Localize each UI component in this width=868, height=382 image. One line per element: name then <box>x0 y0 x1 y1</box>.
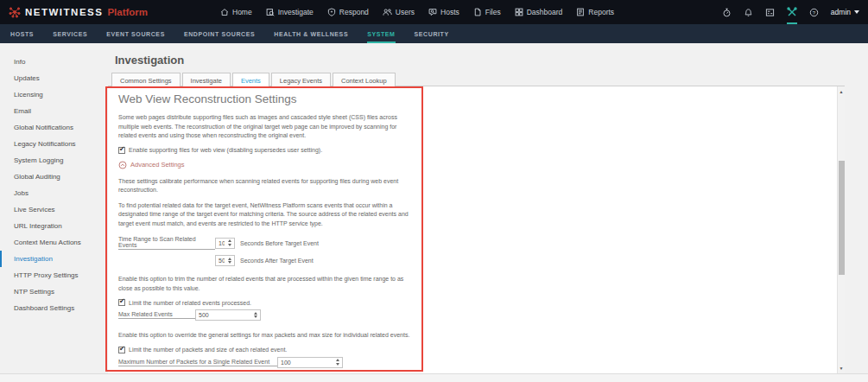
sidebar-item-global-auditing[interactable]: Global Auditing <box>0 169 108 185</box>
users-icon <box>383 8 392 16</box>
sidebar-item-dashboard-settings[interactable]: Dashboard Settings <box>0 300 108 316</box>
user-menu[interactable]: admin <box>831 8 859 16</box>
admin-subnav: HOSTS SERVICES EVENT SOURCES ENDPOINT SO… <box>0 24 868 43</box>
spinner-control[interactable] <box>227 258 234 264</box>
username: admin <box>831 8 851 16</box>
limit-packets-size-checkbox[interactable]: Limit the number of packets and size of … <box>118 347 421 353</box>
events-settings-panel: Web View Reconstruction Settings Some we… <box>108 86 845 373</box>
seconds-after-input[interactable] <box>215 255 235 266</box>
max-related-events-label: Max Related Events <box>118 311 195 319</box>
override-description: Enable this option to override the gener… <box>118 331 414 341</box>
sidebar-item-licensing[interactable]: Licensing <box>0 86 108 103</box>
trim-description: Enable this option to trim the number of… <box>118 275 414 293</box>
intro-text: Some web pages distribute supporting fil… <box>118 113 414 141</box>
sidebar-item-url-integration[interactable]: URL Integration <box>0 218 108 234</box>
sidebar-item-updates[interactable]: Updates <box>0 70 108 86</box>
checkbox-checked-icon[interactable] <box>118 147 125 154</box>
sidebar-item-legacy-notifications[interactable]: Legacy Notifications <box>0 136 108 152</box>
sidebar-item-system-logging[interactable]: System Logging <box>0 152 108 169</box>
checkbox-checked-icon[interactable] <box>118 299 125 306</box>
scan-description: To find potential related data for the t… <box>118 201 414 229</box>
enable-supporting-files-checkbox[interactable]: Enable supporting files for web view (di… <box>118 147 421 154</box>
tab-context-lookup[interactable]: Context Lookup <box>333 73 396 88</box>
max-packets-label: Maximum Number of Packets for a Single R… <box>118 359 277 366</box>
nav-home[interactable]: Home <box>220 8 252 16</box>
reports-icon <box>576 8 585 16</box>
max-packets-input[interactable] <box>277 357 343 368</box>
checkbox-checked-icon[interactable] <box>118 347 125 353</box>
subnav-health-wellness[interactable]: HEALTH & WELLNESS <box>274 24 348 43</box>
chevron-down-icon <box>854 10 859 14</box>
max-related-events-input[interactable] <box>195 309 261 321</box>
investigate-icon <box>266 8 275 16</box>
sidebar-item-investigation[interactable]: Investigation <box>0 251 108 267</box>
page-title: Investigation <box>115 54 184 67</box>
spinner-control[interactable] <box>227 239 234 246</box>
max-packets-value[interactable] <box>278 360 335 366</box>
section-heading: Web View Reconstruction Settings <box>118 92 421 105</box>
sidebar-item-live-services[interactable]: Live Services <box>0 201 108 218</box>
seconds-before-input[interactable] <box>215 238 235 249</box>
nav-respond[interactable]: Respond <box>327 8 369 16</box>
brand-name: NETWITNESS <box>25 7 103 17</box>
nav-files[interactable]: Files <box>473 8 501 16</box>
settings-sidebar: Info Updates Licensing Email Global Noti… <box>0 43 108 373</box>
sidebar-item-jobs[interactable]: Jobs <box>0 185 108 201</box>
seconds-before-value[interactable] <box>216 240 227 246</box>
subnav-event-sources[interactable]: EVENT SOURCES <box>106 24 165 43</box>
subnav-hosts[interactable]: HOSTS <box>10 24 34 43</box>
hosts-icon <box>428 8 437 16</box>
home-icon <box>220 8 229 16</box>
tab-strip: Common Settings Investigate Events Legac… <box>111 73 396 88</box>
notifications-bell-icon[interactable] <box>744 0 753 24</box>
scroll-up-arrow[interactable]: ▲ <box>838 87 845 96</box>
dashboard-icon <box>515 8 523 16</box>
scroll-down-arrow[interactable]: ▼ <box>838 364 845 372</box>
help-icon[interactable]: ? <box>809 0 819 24</box>
limit-related-events-checkbox[interactable]: Limit the number of related events proce… <box>118 299 421 306</box>
nav-users[interactable]: Users <box>383 8 415 16</box>
nav-hosts[interactable]: Hosts <box>428 8 459 16</box>
brand[interactable]: NETWITNESS Platform <box>9 6 220 18</box>
tab-events[interactable]: Events <box>232 73 269 88</box>
subnav-system[interactable]: SYSTEM <box>367 24 395 43</box>
tab-legacy-events[interactable]: Legacy Events <box>271 73 331 88</box>
top-navigation-bar: NETWITNESS Platform Home Investigate Res… <box>0 0 868 24</box>
seconds-after-caption: Seconds After Target Event <box>240 258 314 264</box>
seconds-after-value[interactable] <box>216 258 227 264</box>
max-related-events-value[interactable] <box>196 312 253 318</box>
subnav-security[interactable]: SECURITY <box>415 24 449 43</box>
admin-tools-icon[interactable] <box>787 0 797 24</box>
sidebar-item-global-notifications[interactable]: Global Notifications <box>0 119 108 136</box>
netwitness-logo-icon <box>9 6 21 18</box>
brand-product: Platform <box>107 7 148 17</box>
sidebar-item-email[interactable]: Email <box>0 103 108 119</box>
advanced-settings-toggle[interactable]: Advanced Settings <box>118 161 421 169</box>
nav-dashboard[interactable]: Dashboard <box>515 8 563 16</box>
status-bar <box>0 373 868 382</box>
tab-common-settings[interactable]: Common Settings <box>111 73 181 88</box>
svg-text:?: ? <box>813 10 816 15</box>
nav-investigate[interactable]: Investigate <box>266 8 314 16</box>
respond-shield-icon <box>327 8 336 16</box>
nav-reports[interactable]: Reports <box>576 8 614 16</box>
time-range-label: Time Range to Scan Related Events <box>118 236 215 250</box>
main-nav: Home Investigate Respond Users Hosts Fil… <box>220 8 614 16</box>
scrollbar-thumb[interactable] <box>839 161 845 275</box>
files-icon <box>473 8 482 16</box>
timer-icon[interactable] <box>722 0 732 24</box>
subnav-services[interactable]: SERVICES <box>53 24 87 43</box>
sidebar-item-http-proxy-settings[interactable]: HTTP Proxy Settings <box>0 267 108 283</box>
chevron-up-circle-icon <box>118 161 127 169</box>
tab-investigate[interactable]: Investigate <box>182 73 231 88</box>
vertical-scrollbar[interactable]: ▲ ▼ <box>837 86 845 373</box>
advanced-description: These settings calibrate performance whe… <box>118 177 414 195</box>
subnav-endpoint-sources[interactable]: ENDPOINT SOURCES <box>184 24 255 43</box>
sidebar-item-info[interactable]: Info <box>0 54 108 70</box>
jobs-console-icon[interactable] <box>765 0 775 24</box>
sidebar-item-context-menu-actions[interactable]: Context Menu Actions <box>0 234 108 251</box>
sidebar-item-ntp-settings[interactable]: NTP Settings <box>0 283 108 300</box>
app-window: NETWITNESS Platform Home Investigate Res… <box>0 0 868 382</box>
spinner-control[interactable] <box>253 312 260 319</box>
spinner-control[interactable] <box>335 359 342 366</box>
